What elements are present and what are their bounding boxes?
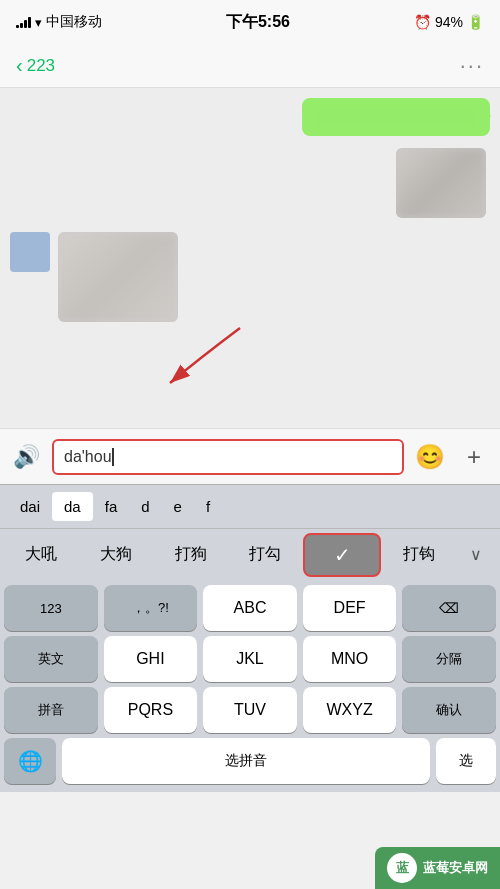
- word-dagou[interactable]: 大狗: [79, 533, 154, 577]
- img-group: [396, 148, 486, 218]
- sent-message-1: [10, 98, 490, 136]
- watermark: 蓝 蓝莓安卓网: [375, 847, 500, 889]
- globe-key[interactable]: 🌐: [4, 738, 56, 784]
- received-avatar: [10, 232, 50, 272]
- received-bubbles: [58, 232, 178, 322]
- sent-bubble-1: [302, 98, 490, 136]
- wifi-icon: ▾: [35, 15, 42, 30]
- received-image-msg: [10, 232, 490, 322]
- emoji-button[interactable]: 😊: [412, 439, 448, 475]
- emoji-icon: 😊: [415, 443, 445, 471]
- sent-image-bubble-1: [396, 148, 486, 218]
- globe-icon: 🌐: [18, 749, 43, 773]
- suggest-fa[interactable]: fa: [93, 492, 130, 521]
- word-dajin[interactable]: 打钩: [381, 533, 456, 577]
- more-button[interactable]: ···: [460, 53, 484, 79]
- status-bar: ▾ 中国移动 下午5:56 ⏰ 94% 🔋: [0, 0, 500, 44]
- chat-area: [0, 88, 500, 428]
- word-dagou3[interactable]: 打勾: [228, 533, 303, 577]
- alarm-icon: ⏰: [414, 14, 431, 30]
- key-pinyin[interactable]: 拼音: [4, 687, 98, 733]
- received-img-bubble: [58, 232, 178, 322]
- carrier-name: 中国移动: [46, 13, 102, 31]
- suggest-e[interactable]: e: [162, 492, 194, 521]
- nav-back-button[interactable]: ‹ 223: [16, 54, 55, 77]
- key-123[interactable]: 123: [4, 585, 98, 631]
- key-pqrs[interactable]: PQRS: [104, 687, 198, 733]
- suggest-dai[interactable]: dai: [8, 492, 52, 521]
- word-checkmark[interactable]: ✓: [303, 533, 382, 577]
- key-bottom-row: 🌐 选拼音 选: [0, 733, 500, 792]
- add-button[interactable]: +: [456, 439, 492, 475]
- keyboard: 123 ，。?! ABC DEF ⌫ 英文 GHI JKL MNO 分隔 拼音 …: [0, 580, 500, 792]
- status-left: ▾ 中国移动: [16, 13, 102, 31]
- select-key[interactable]: 选: [436, 738, 496, 784]
- watermark-logo-text: 蓝: [396, 859, 409, 877]
- key-split[interactable]: 分隔: [402, 636, 496, 682]
- sent-image-1: [396, 148, 486, 218]
- voice-icon: 🔊: [13, 444, 40, 470]
- key-tuv[interactable]: TUV: [203, 687, 297, 733]
- input-area: 🔊 da'hou 😊 +: [0, 428, 500, 484]
- status-right: ⏰ 94% 🔋: [414, 14, 484, 30]
- received-msg-area: [10, 148, 490, 218]
- ime-word-row: 大吼 大狗 打狗 打勾 ✓ 打钩 ∨: [0, 528, 500, 580]
- ime-suggest-bar: dai da fa d e f: [0, 484, 500, 528]
- suggest-f[interactable]: f: [194, 492, 222, 521]
- status-time: 下午5:56: [226, 12, 290, 33]
- key-def[interactable]: DEF: [303, 585, 397, 631]
- input-text: da'hou: [64, 448, 112, 466]
- select-label: 选: [459, 752, 473, 770]
- add-icon: +: [467, 443, 481, 471]
- key-row-3: 拼音 PQRS TUV WXYZ 确认: [0, 682, 500, 733]
- key-confirm[interactable]: 确认: [402, 687, 496, 733]
- back-arrow-icon: ‹: [16, 54, 23, 77]
- nav-bar: ‹ 223 ···: [0, 44, 500, 88]
- key-row-1: 123 ，。?! ABC DEF ⌫: [0, 580, 500, 631]
- key-ghi[interactable]: GHI: [104, 636, 198, 682]
- key-punct[interactable]: ，。?!: [104, 585, 198, 631]
- expand-button[interactable]: ∨: [456, 533, 496, 577]
- delete-key[interactable]: ⌫: [402, 585, 496, 631]
- select-pinyin-key[interactable]: 选拼音: [62, 738, 430, 784]
- select-pinyin-label: 选拼音: [225, 752, 267, 770]
- key-wxyz[interactable]: WXYZ: [303, 687, 397, 733]
- key-row-2: 英文 GHI JKL MNO 分隔: [0, 631, 500, 682]
- text-cursor: [112, 448, 114, 466]
- key-abc[interactable]: ABC: [203, 585, 297, 631]
- battery-icon: 🔋: [467, 14, 484, 30]
- battery-percent: 94%: [435, 14, 463, 30]
- nav-count: 223: [27, 56, 55, 76]
- key-jkl[interactable]: JKL: [203, 636, 297, 682]
- key-mno[interactable]: MNO: [303, 636, 397, 682]
- suggest-da[interactable]: da: [52, 492, 93, 521]
- word-dagou2[interactable]: 打狗: [153, 533, 228, 577]
- signal-bars: [16, 16, 31, 28]
- text-input-box[interactable]: da'hou: [52, 439, 404, 475]
- voice-button[interactable]: 🔊: [8, 439, 44, 475]
- key-english[interactable]: 英文: [4, 636, 98, 682]
- watermark-logo: 蓝: [387, 853, 417, 883]
- watermark-label: 蓝莓安卓网: [423, 859, 488, 877]
- annotation-arrow: [140, 318, 280, 398]
- word-dahao[interactable]: 大吼: [4, 533, 79, 577]
- suggest-d[interactable]: d: [129, 492, 161, 521]
